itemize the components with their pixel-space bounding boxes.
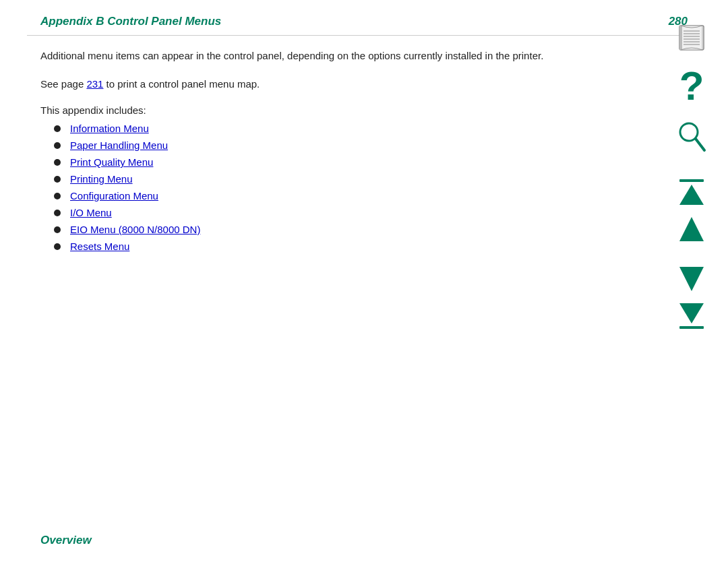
footer-label: Overview <box>40 534 92 547</box>
question-icon[interactable]: ? <box>677 67 706 108</box>
menu-link-print-quality-menu[interactable]: Print Quality Menu <box>70 156 153 168</box>
see-page-suffix: to print a control panel menu map. <box>103 78 260 90</box>
bullet-icon <box>54 125 61 132</box>
svg-marker-15 <box>679 267 704 291</box>
list-item: Information Menu <box>54 123 553 134</box>
list-item: EIO Menu (8000 N/8000 DN) <box>54 224 553 235</box>
nav-up-icon[interactable] <box>676 214 707 244</box>
svg-marker-13 <box>679 185 704 205</box>
svg-line-11 <box>696 139 704 150</box>
list-item: I/O Menu <box>54 207 553 218</box>
page-footer: Overview <box>40 534 92 547</box>
list-item: Print Quality Menu <box>54 156 553 168</box>
main-content: Additional menu items can appear in the … <box>0 36 593 270</box>
header-title: Appendix B Control Panel Menus <box>40 15 221 28</box>
sidebar-icons: ? <box>674 0 709 562</box>
page-header: Appendix B Control Panel Menus 280 <box>0 0 728 35</box>
bullet-icon <box>54 210 61 216</box>
nav-down-icon[interactable] <box>676 264 707 294</box>
bullet-icon <box>54 193 61 199</box>
svg-rect-8 <box>679 26 682 50</box>
magnifier-icon[interactable] <box>675 120 708 155</box>
menu-link-paper-handling-menu[interactable]: Paper Handling Menu <box>70 139 168 151</box>
bullet-icon <box>54 142 61 149</box>
list-item: Printing Menu <box>54 173 553 185</box>
intro-paragraph: Additional menu items can appear in the … <box>40 48 553 64</box>
menu-list: Information MenuPaper Handling MenuPrint… <box>54 123 553 252</box>
svg-rect-1 <box>681 26 702 50</box>
page-container: Appendix B Control Panel Menus 280 Addit… <box>0 0 728 562</box>
bullet-icon <box>54 243 61 250</box>
svg-marker-16 <box>679 303 704 323</box>
list-item: Paper Handling Menu <box>54 139 553 151</box>
bullet-icon <box>54 226 61 233</box>
menu-link-configuration-menu[interactable]: Configuration Menu <box>70 190 158 201</box>
bullet-icon <box>54 159 61 166</box>
menu-link-printing-menu[interactable]: Printing Menu <box>70 173 133 185</box>
menu-link-io-menu[interactable]: I/O Menu <box>70 207 112 218</box>
menu-link-eio-menu-8000-n8000-dn[interactable]: EIO Menu (8000 N/8000 DN) <box>70 224 200 235</box>
list-item: Resets Menu <box>54 241 553 252</box>
bullet-icon <box>54 176 61 183</box>
svg-rect-12 <box>679 179 704 182</box>
svg-marker-14 <box>679 217 704 241</box>
see-page-prefix: See page <box>40 78 86 90</box>
menu-link-information-menu[interactable]: Information Menu <box>70 123 149 134</box>
see-page-link[interactable]: 231 <box>86 78 103 90</box>
list-item: Configuration Menu <box>54 190 553 201</box>
appendix-includes-label: This appendix includes: <box>40 104 553 116</box>
see-page-paragraph: See page 231 to print a control panel me… <box>40 76 553 92</box>
nav-top-icon[interactable] <box>676 175 707 208</box>
svg-rect-17 <box>679 326 704 329</box>
svg-text:?: ? <box>679 67 704 108</box>
book-icon[interactable] <box>674 20 709 55</box>
nav-bottom-icon[interactable] <box>676 301 707 333</box>
menu-link-resets-menu[interactable]: Resets Menu <box>70 241 129 252</box>
